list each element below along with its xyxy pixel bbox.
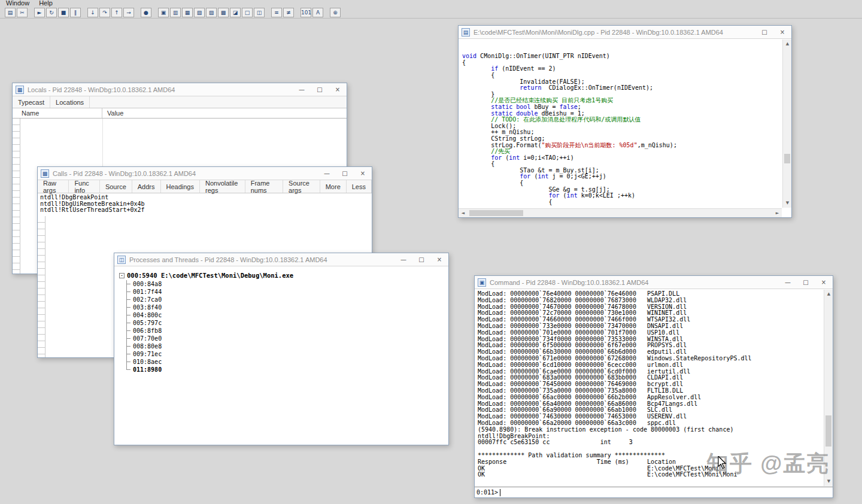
command-window-icon[interactable]: ▣ <box>158 8 169 17</box>
call-stack-list[interactable]: ntdll!DbgBreakPointntdll!DbgUiRemoteBrea… <box>40 195 371 214</box>
typecast-button[interactable]: Typecast <box>13 96 50 108</box>
collapse-expander-icon[interactable]: - <box>119 273 125 278</box>
close-icon[interactable]: × <box>430 253 448 266</box>
processes-window-icon: ◫ <box>117 256 126 264</box>
maximize-icon[interactable]: □ <box>336 167 354 180</box>
calls-toolbar-button[interactable]: Nonvolatile regs <box>200 180 245 193</box>
maximize-icon[interactable]: □ <box>797 276 815 289</box>
source-window-controls: □ × <box>755 26 791 38</box>
text-line <box>462 41 782 47</box>
source-titlebar[interactable]: ▤ E:\code\MFCTest\Moni\Moni\MoniDlg.cpp … <box>459 26 791 39</box>
calls-toolbar-button[interactable]: More <box>320 180 347 193</box>
options-icon[interactable]: ⊕ <box>330 8 341 17</box>
minimize-icon[interactable]: — <box>779 276 797 289</box>
memory-window-icon[interactable]: ▨ <box>206 8 217 17</box>
text-line: { <box>462 72 782 79</box>
stop-debugging-icon[interactable]: ■ <box>58 8 69 17</box>
text-line: return CDialogEx::OnTimer(nIDEvent); <box>462 85 782 92</box>
text-line: 005:797c <box>126 319 448 327</box>
open-source-file-icon[interactable]: ▤ <box>5 8 16 17</box>
command-titlebar[interactable]: ▣ Command - Pid 22848 - WinDbg:10.0.1836… <box>475 276 833 289</box>
scrollbar-thumb[interactable] <box>784 154 790 163</box>
text-line: ModLoad: 00000000`6cd10000 00000000`6cec… <box>478 362 822 369</box>
scroll-right-icon[interactable]: ► <box>773 209 782 218</box>
calls-window-icon[interactable]: ▩ <box>218 8 229 17</box>
calls-toolbar-button[interactable]: Frame nums <box>245 180 283 193</box>
locals-window-title: Locals - Pid 22848 - WinDbg:10.0.18362.1… <box>28 86 293 93</box>
value-column-header[interactable]: Value <box>102 108 347 118</box>
text-line: 010:8aec <box>126 358 448 366</box>
process-root-row[interactable]: - 000:5940 E:\code\MFCTest\Moni\Debug\Mo… <box>119 272 448 279</box>
command-input-row: 0:011> <box>475 487 833 497</box>
scroll-up-icon[interactable]: ▲ <box>783 40 792 48</box>
source-horizontal-scrollbar[interactable]: ◄ ► <box>459 208 782 217</box>
go-icon[interactable]: ► <box>34 8 45 17</box>
text-line: 003:8f40 <box>126 303 448 311</box>
calls-toolbar: Raw argsFunc infoSourceAddrsHeadingsNonv… <box>38 180 372 193</box>
close-icon[interactable]: × <box>773 26 791 38</box>
scroll-left-icon[interactable]: ◄ <box>459 209 468 218</box>
maximize-icon[interactable]: □ <box>755 26 773 38</box>
scratch-pad-icon[interactable]: □ <box>242 8 253 17</box>
cut-icon[interactable]: ✂ <box>17 8 28 17</box>
minimize-icon[interactable]: — <box>318 167 336 180</box>
maximize-icon[interactable]: □ <box>311 83 329 96</box>
close-icon[interactable]: × <box>354 167 372 180</box>
calls-toolbar-button[interactable]: Source args <box>283 180 320 193</box>
source-code-view[interactable]: void CMoniDlg::OnTimer(UINT_PTR nIDEvent… <box>459 40 782 208</box>
source-window-title: E:\code\MFCTest\Moni\Moni\MoniDlg.cpp - … <box>474 29 755 36</box>
locals-window-icon[interactable]: ▦ <box>182 8 193 17</box>
menu-item[interactable]: Window <box>6 0 29 7</box>
menu-item[interactable]: Help <box>39 0 53 7</box>
number-format-icon[interactable]: 101 <box>301 8 311 17</box>
locals-titlebar[interactable]: ▦ Locals - Pid 22848 - WinDbg:10.0.18362… <box>13 83 347 96</box>
scrollbar-thumb[interactable] <box>825 415 831 447</box>
step-into-icon[interactable]: ↓ <box>87 8 98 17</box>
source-mode-on-icon[interactable]: ≡ <box>271 8 282 17</box>
processes-titlebar[interactable]: ◫ Processes and Threads - Pid 22848 - Wi… <box>114 253 448 266</box>
desktop: { "icons": { "minimize": "—", "maximize"… <box>0 0 862 504</box>
locations-button[interactable]: Locations <box>50 96 90 108</box>
calls-titlebar[interactable]: ▩ Calls - Pid 22848 - WinDbg:10.0.18362.… <box>38 167 372 180</box>
text-line: 006:8fb8 <box>126 327 448 335</box>
text-line: ntdll!DbgBreakPoint <box>40 195 371 201</box>
thread-list[interactable]: 000:84a8001:7f44002:7ca0003:8f40004:800c… <box>126 280 448 374</box>
command-prompt: 0:011> <box>476 489 498 496</box>
scroll-down-icon[interactable]: ▼ <box>783 199 792 208</box>
calls-row-strip <box>38 216 45 357</box>
registers-window-icon[interactable]: ▧ <box>194 8 205 17</box>
calls-toolbar-button[interactable]: Less <box>347 180 372 193</box>
calls-window-controls: — □ × <box>318 167 372 180</box>
minimize-icon[interactable]: — <box>293 83 311 96</box>
run-to-cursor-icon[interactable]: → <box>123 8 134 17</box>
calls-toolbar-button[interactable]: Source <box>100 180 132 193</box>
step-out-icon[interactable]: ↑ <box>111 8 122 17</box>
calls-toolbar-button[interactable]: Addrs <box>132 180 161 193</box>
close-icon[interactable]: × <box>329 83 347 96</box>
restart-icon[interactable]: ↻ <box>46 8 57 17</box>
name-column-header[interactable]: Name <box>13 108 102 118</box>
disassembly-window-icon[interactable]: ◪ <box>230 8 241 17</box>
locals-window-icon: ▦ <box>16 86 24 94</box>
text-line: 004:800c <box>126 311 448 319</box>
scrollbar-thumb[interactable] <box>469 210 523 216</box>
font-icon[interactable]: A <box>312 8 323 17</box>
calls-toolbar-button[interactable]: Func info <box>69 180 100 193</box>
maximize-icon[interactable]: □ <box>412 253 430 266</box>
text-line: void CMoniDlg::OnTimer(UINT_PTR nIDEvent… <box>462 53 782 60</box>
minimize-icon[interactable]: — <box>394 253 412 266</box>
processes-threads-icon[interactable]: ◫ <box>254 8 265 17</box>
calls-toolbar-button[interactable]: Headings <box>161 180 200 193</box>
break-icon[interactable]: ‖ <box>70 8 81 17</box>
insert-breakpoint-icon[interactable]: ● <box>141 8 151 17</box>
main-toolbar: ▤✂►↻■‖↓↷↑→●▣▥▦▧▨▩◪□◫≡≢101A⊕ <box>0 7 862 19</box>
close-icon[interactable]: × <box>815 276 833 289</box>
menu-bar: WindowHelp <box>0 0 862 7</box>
source-vertical-scrollbar[interactable]: ▲ ▼ <box>782 40 791 208</box>
source-mode-off-icon[interactable]: ≢ <box>283 8 294 17</box>
command-window-controls: — □ × <box>779 276 833 289</box>
watch-window-icon[interactable]: ▥ <box>170 8 181 17</box>
step-over-icon[interactable]: ↷ <box>99 8 110 17</box>
calls-toolbar-button[interactable]: Raw args <box>38 180 69 193</box>
scroll-up-icon[interactable]: ▲ <box>824 290 833 299</box>
